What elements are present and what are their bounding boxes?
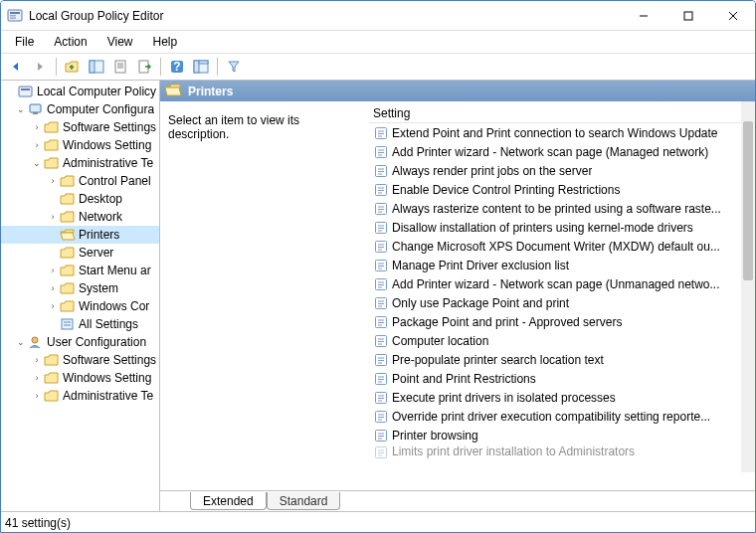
expand-icon[interactable]: › bbox=[31, 354, 43, 366]
folder-icon bbox=[44, 353, 60, 367]
menu-file[interactable]: File bbox=[5, 33, 44, 51]
options-button[interactable] bbox=[190, 56, 212, 78]
setting-icon bbox=[373, 220, 389, 236]
tab-standard[interactable]: Standard bbox=[267, 492, 341, 510]
expand-icon[interactable]: › bbox=[31, 390, 43, 402]
help-button[interactable]: ? bbox=[166, 56, 188, 78]
close-button[interactable] bbox=[710, 2, 755, 30]
back-button[interactable] bbox=[5, 56, 27, 78]
setting-row[interactable]: Pre-populate printer search location tex… bbox=[369, 350, 755, 369]
folder-open-icon bbox=[60, 228, 76, 242]
setting-row[interactable]: Always render print jobs on the server bbox=[369, 161, 755, 180]
no-expand bbox=[47, 229, 59, 241]
setting-label: Printer browsing bbox=[392, 429, 478, 443]
vertical-scrollbar[interactable] bbox=[741, 101, 755, 472]
svg-rect-9 bbox=[90, 61, 94, 73]
setting-row[interactable]: Printer browsing bbox=[369, 426, 755, 444]
tree-desktop[interactable]: Desktop bbox=[1, 190, 159, 208]
tab-extended[interactable]: Extended bbox=[190, 492, 267, 510]
setting-row[interactable]: Extend Point and Print connection to sea… bbox=[369, 123, 755, 142]
tree-pane[interactable]: Local Computer Policy ⌄ Computer Configu… bbox=[1, 81, 160, 511]
expand-icon[interactable] bbox=[5, 86, 17, 97]
tree-u-windows-settings[interactable]: › Windows Setting bbox=[1, 369, 159, 387]
description-text: Select an item to view its description. bbox=[168, 113, 299, 141]
maximize-button[interactable] bbox=[665, 2, 710, 30]
expand-icon[interactable]: › bbox=[31, 372, 43, 384]
setting-row[interactable]: Manage Print Driver exclusion list bbox=[369, 256, 755, 274]
menu-help[interactable]: Help bbox=[143, 33, 188, 51]
collapse-icon[interactable]: ⌄ bbox=[31, 157, 43, 169]
minimize-button[interactable] bbox=[621, 2, 665, 30]
setting-row[interactable]: Computer location bbox=[369, 331, 755, 350]
window-title: Local Group Policy Editor bbox=[29, 9, 621, 23]
tree-user-config[interactable]: ⌄ User Configuration bbox=[1, 333, 159, 351]
tree-computer-config[interactable]: ⌄ Computer Configura bbox=[1, 100, 159, 118]
expand-icon[interactable]: › bbox=[47, 300, 59, 312]
expand-icon[interactable]: › bbox=[47, 282, 59, 294]
setting-row[interactable]: Always rasterize content to be printed u… bbox=[369, 199, 755, 218]
list-header[interactable]: Setting bbox=[369, 101, 755, 123]
view-tabs: Extended Standard bbox=[160, 490, 755, 511]
export-button[interactable] bbox=[133, 56, 155, 78]
show-hide-tree-button[interactable] bbox=[86, 56, 107, 78]
setting-label: Enable Device Control Printing Restricti… bbox=[392, 183, 620, 197]
tree-software-settings[interactable]: › Software Settings bbox=[1, 118, 159, 136]
expand-icon[interactable]: › bbox=[47, 265, 59, 276]
tree-control-panel[interactable]: › Control Panel bbox=[1, 172, 159, 190]
tree-start-menu[interactable]: › Start Menu ar bbox=[1, 262, 159, 279]
setting-label: Extend Point and Print connection to sea… bbox=[392, 126, 718, 140]
folder-icon bbox=[44, 138, 60, 152]
setting-row[interactable]: Override print driver execution compatib… bbox=[369, 407, 755, 426]
menu-view[interactable]: View bbox=[97, 33, 143, 51]
tree-windows-settings[interactable]: › Windows Setting bbox=[1, 136, 159, 154]
svg-rect-18 bbox=[194, 61, 199, 73]
folder-icon bbox=[60, 264, 76, 277]
filter-button[interactable] bbox=[223, 56, 245, 78]
setting-row[interactable]: Add Printer wizard - Network scan page (… bbox=[369, 142, 755, 161]
scrollbar-thumb[interactable] bbox=[743, 121, 753, 280]
setting-row[interactable]: Disallow installation of printers using … bbox=[369, 218, 755, 237]
forward-button[interactable] bbox=[29, 56, 51, 78]
tree-u-software-settings[interactable]: › Software Settings bbox=[1, 351, 159, 369]
tree-system[interactable]: › System bbox=[1, 279, 159, 297]
up-button[interactable] bbox=[62, 56, 84, 78]
tree-u-admin-templates[interactable]: › Administrative Te bbox=[1, 387, 159, 405]
setting-row[interactable]: Point and Print Restrictions bbox=[369, 369, 755, 388]
setting-icon bbox=[373, 163, 389, 179]
tree-printers[interactable]: Printers bbox=[1, 226, 159, 244]
collapse-icon[interactable]: ⌄ bbox=[15, 336, 27, 348]
tree-network[interactable]: › Network bbox=[1, 208, 159, 226]
settings-list[interactable]: Extend Point and Print connection to sea… bbox=[369, 123, 755, 490]
content-header: Printers bbox=[160, 81, 755, 101]
svg-rect-19 bbox=[199, 61, 208, 64]
expand-icon[interactable]: › bbox=[31, 139, 43, 151]
expand-icon[interactable]: › bbox=[47, 211, 59, 223]
setting-row[interactable]: Add Printer wizard - Network scan page (… bbox=[369, 274, 755, 293]
expand-icon[interactable]: › bbox=[31, 121, 43, 133]
setting-row[interactable]: Change Microsoft XPS Document Writer (MX… bbox=[369, 237, 755, 256]
setting-row[interactable]: Enable Device Control Printing Restricti… bbox=[369, 180, 755, 199]
policy-tree[interactable]: Local Computer Policy ⌄ Computer Configu… bbox=[1, 83, 159, 405]
setting-icon bbox=[373, 352, 389, 368]
tree-root[interactable]: Local Computer Policy bbox=[1, 83, 159, 100]
setting-icon bbox=[373, 428, 389, 444]
properties-button[interactable] bbox=[109, 56, 131, 78]
menu-action[interactable]: Action bbox=[44, 33, 96, 51]
setting-row[interactable]: Package Point and print - Approved serve… bbox=[369, 312, 755, 331]
folder-icon bbox=[60, 210, 76, 224]
column-setting[interactable]: Setting bbox=[373, 106, 410, 120]
tree-admin-templates[interactable]: ⌄ Administrative Te bbox=[1, 154, 159, 172]
tree-all-settings[interactable]: All Settings bbox=[1, 315, 159, 333]
user-icon bbox=[28, 335, 44, 349]
svg-text:?: ? bbox=[173, 60, 180, 74]
setting-row[interactable]: Limits print driver installation to Admi… bbox=[369, 444, 755, 458]
expand-icon[interactable]: › bbox=[47, 175, 59, 187]
setting-icon bbox=[373, 295, 389, 311]
setting-row[interactable]: Execute print drivers in isolated proces… bbox=[369, 388, 755, 407]
svg-rect-24 bbox=[62, 319, 73, 329]
collapse-icon[interactable]: ⌄ bbox=[15, 103, 27, 115]
status-bar: 41 setting(s) bbox=[1, 512, 755, 532]
setting-row[interactable]: Only use Package Point and print bbox=[369, 293, 755, 312]
tree-server[interactable]: Server bbox=[1, 244, 159, 262]
tree-windows-components[interactable]: › Windows Cor bbox=[1, 297, 159, 315]
